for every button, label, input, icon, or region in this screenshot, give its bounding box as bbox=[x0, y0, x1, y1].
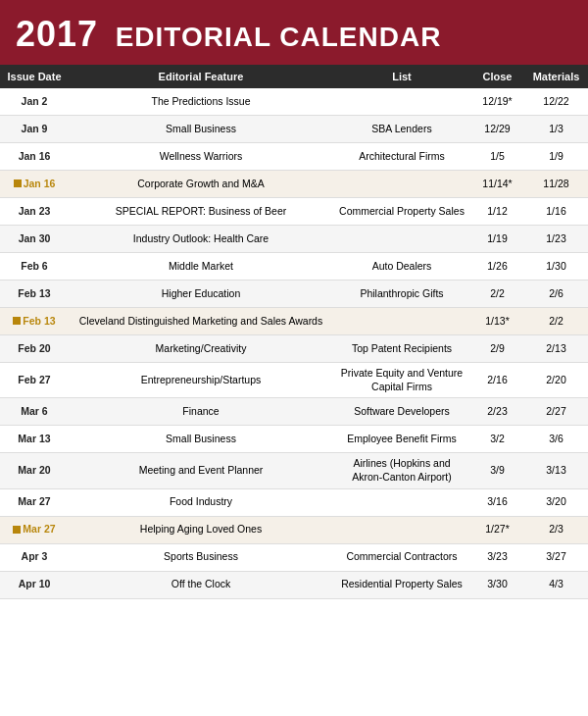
date-text: Jan 2 bbox=[22, 95, 48, 109]
table-row: Feb 13Cleveland Distinguished Marketing … bbox=[0, 308, 588, 335]
cell-date: Jan 16 bbox=[0, 146, 69, 168]
cell-date: Mar 6 bbox=[0, 401, 69, 423]
cell-date: Apr 10 bbox=[0, 574, 69, 595]
date-text: Mar 13 bbox=[18, 433, 50, 446]
table-row: Jan 23SPECIAL REPORT: Business of BeerCo… bbox=[0, 198, 588, 226]
cell-materials: 3/20 bbox=[524, 491, 588, 513]
col-header-close: Close bbox=[470, 71, 524, 82]
cell-list: Employee Benefit Firms bbox=[333, 429, 470, 450]
date-text: Apr 3 bbox=[22, 550, 48, 564]
cell-date: Mar 27 bbox=[0, 519, 69, 540]
cell-close: 3/2 bbox=[470, 429, 524, 450]
date-text: Jan 16 bbox=[24, 178, 56, 191]
table-row: Feb 6Middle MarketAuto Dealers1/261/30 bbox=[0, 253, 588, 281]
cell-materials: 1/16 bbox=[524, 201, 588, 223]
cell-list bbox=[333, 526, 470, 534]
cell-date: Jan 2 bbox=[0, 91, 69, 113]
table-row: Mar 20Meeting and Event PlannerAirlines … bbox=[0, 453, 588, 488]
cell-feature: Wellness Warriors bbox=[69, 146, 333, 168]
cell-materials: 2/6 bbox=[524, 283, 588, 305]
table-row: Mar 6FinanceSoftware Developers2/232/27 bbox=[0, 398, 588, 426]
cell-date: Jan 23 bbox=[0, 201, 69, 223]
cell-date: Mar 13 bbox=[0, 429, 69, 450]
cell-materials: 1/3 bbox=[524, 119, 588, 140]
cell-materials: 2/2 bbox=[524, 311, 588, 332]
date-text: Jan 16 bbox=[19, 150, 51, 164]
cell-materials: 1/23 bbox=[524, 229, 588, 250]
cell-close: 1/19 bbox=[470, 229, 524, 250]
page-container: 2017 EDITORIAL CALENDAR Issue Date Edito… bbox=[0, 0, 588, 599]
cell-feature: Marketing/Creativity bbox=[69, 338, 333, 360]
cell-close: 2/9 bbox=[470, 338, 524, 360]
cell-materials: 12/22 bbox=[524, 91, 588, 113]
table-row: Mar 13Small BusinessEmployee Benefit Fir… bbox=[0, 426, 588, 453]
cell-close: 3/23 bbox=[470, 546, 524, 568]
col-header-list: List bbox=[333, 71, 470, 82]
table-row: Apr 3Sports BusinessCommercial Contracto… bbox=[0, 544, 588, 572]
table-row: Jan 30Industry Outlook: Health Care1/191… bbox=[0, 226, 588, 253]
cell-materials: 3/6 bbox=[524, 429, 588, 450]
cell-materials: 2/3 bbox=[524, 519, 588, 540]
table-row: Feb 13Higher EducationPhilanthropic Gift… bbox=[0, 281, 588, 308]
table-row: Jan 16Corporate Growth and M&A11/14*11/2… bbox=[0, 171, 588, 198]
date-text: Feb 13 bbox=[18, 287, 50, 301]
date-text: Mar 20 bbox=[18, 464, 50, 478]
table-body: Jan 2The Predictions Issue12/19*12/22Jan… bbox=[0, 88, 588, 599]
table-row: Mar 27Helping Aging Loved Ones1/27*2/3 bbox=[0, 517, 588, 544]
cell-list: Residential Property Sales bbox=[333, 574, 470, 595]
cell-date: Jan 16 bbox=[0, 174, 69, 195]
col-header-feature: Editorial Feature bbox=[69, 71, 333, 82]
cell-close: 12/19* bbox=[470, 91, 524, 113]
gold-flag-icon bbox=[13, 526, 21, 534]
cell-feature: Cleveland Distinguished Marketing and Sa… bbox=[69, 311, 333, 332]
table-row: Jan 2The Predictions Issue12/19*12/22 bbox=[0, 88, 588, 116]
cell-materials: 1/9 bbox=[524, 146, 588, 168]
date-text: Feb 27 bbox=[18, 374, 50, 387]
cell-list: Architectural Firms bbox=[333, 146, 470, 168]
cell-list: Airlines (Hopkins and Akron-Canton Airpo… bbox=[333, 453, 470, 487]
cell-list bbox=[333, 235, 470, 243]
date-text: Jan 9 bbox=[22, 123, 48, 136]
cell-close: 2/16 bbox=[470, 370, 524, 391]
cell-list bbox=[333, 498, 470, 506]
cell-list: Auto Dealers bbox=[333, 256, 470, 278]
cell-materials: 4/3 bbox=[524, 574, 588, 595]
cell-close: 11/14* bbox=[470, 174, 524, 195]
cell-date: Feb 27 bbox=[0, 370, 69, 391]
table-row: Feb 20Marketing/CreativityTop Patent Rec… bbox=[0, 335, 588, 363]
date-text: Mar 27 bbox=[18, 495, 50, 509]
cell-date: Feb 13 bbox=[0, 283, 69, 305]
cell-close: 3/30 bbox=[470, 574, 524, 595]
cell-list: Philanthropic Gifts bbox=[333, 283, 470, 305]
cell-date: Jan 9 bbox=[0, 119, 69, 140]
cell-date: Mar 27 bbox=[0, 491, 69, 513]
cell-date: Feb 13 bbox=[0, 311, 69, 332]
cell-materials: 2/13 bbox=[524, 338, 588, 360]
cell-close: 3/9 bbox=[470, 460, 524, 482]
cell-feature: Middle Market bbox=[69, 256, 333, 278]
cell-materials: 2/27 bbox=[524, 401, 588, 423]
header-subtitle: EDITORIAL CALENDAR bbox=[116, 22, 442, 52]
date-text: Apr 10 bbox=[19, 578, 51, 591]
cell-feature: Finance bbox=[69, 401, 333, 423]
date-text: Feb 13 bbox=[23, 315, 55, 329]
header-year: 2017 bbox=[16, 14, 98, 54]
cell-date: Jan 30 bbox=[0, 229, 69, 250]
cell-feature: Entrepreneurship/Startups bbox=[69, 370, 333, 391]
cell-list: Top Patent Recipients bbox=[333, 338, 470, 360]
cell-feature: Off the Clock bbox=[69, 574, 333, 595]
cell-feature: Industry Outlook: Health Care bbox=[69, 229, 333, 250]
cell-materials: 3/27 bbox=[524, 546, 588, 568]
cell-feature: Helping Aging Loved Ones bbox=[69, 519, 333, 540]
cell-materials: 3/13 bbox=[524, 460, 588, 482]
cell-close: 1/5 bbox=[470, 146, 524, 168]
table-row: Jan 16Wellness WarriorsArchitectural Fir… bbox=[0, 143, 588, 171]
cell-feature: The Predictions Issue bbox=[69, 91, 333, 113]
cell-materials: 2/20 bbox=[524, 370, 588, 391]
cell-list: Commercial Contractors bbox=[333, 546, 470, 568]
cell-list: Commercial Property Sales bbox=[333, 201, 470, 223]
cell-materials: 11/28 bbox=[524, 174, 588, 195]
cell-materials: 1/30 bbox=[524, 256, 588, 278]
cell-list: Private Equity and Venture Capital Firms bbox=[333, 363, 470, 397]
cell-close: 1/13* bbox=[470, 311, 524, 332]
